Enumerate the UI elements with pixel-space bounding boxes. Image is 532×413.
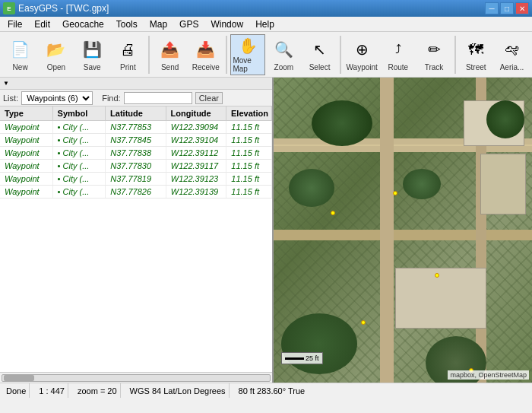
toolbar-print[interactable]: 🖨 Print: [111, 34, 145, 75]
cell-type-5: Waypoint: [0, 186, 53, 198]
toolbar-track[interactable]: ✏ Track: [416, 34, 451, 75]
table-row[interactable]: Waypoint • City (... N37.77845 W122.3910…: [0, 134, 272, 147]
toolbar-print-label: Print: [120, 63, 136, 71]
menu-help[interactable]: Help: [249, 17, 280, 31]
select-icon: ↖: [308, 37, 332, 62]
toolbar-aerial-label: Aeria...: [500, 63, 524, 71]
save-icon: 💾: [80, 37, 104, 62]
building-2: [480, 154, 526, 214]
cell-lat-2: N37.77838: [106, 147, 166, 159]
title-bar-text: EasyGPS - [TWC.gpx]: [18, 3, 109, 14]
toolbar-open[interactable]: 📂 Open: [39, 34, 73, 75]
table-row[interactable]: Waypoint • City (... N37.77826 W122.3913…: [0, 186, 272, 199]
status-elevation: 80 ft 283.60° True: [236, 383, 309, 398]
collapse-arrow-icon[interactable]: ▼: [3, 80, 9, 87]
toolbar-sep-1: [148, 36, 150, 74]
toolbar-receive[interactable]: 📥 Receive: [188, 34, 223, 75]
projection-text: WGS 84 Lat/Lon Degrees: [130, 386, 226, 396]
cell-lon-0: W122.39094: [166, 121, 227, 133]
menu-gps[interactable]: GPS: [173, 17, 204, 31]
maximize-button[interactable]: □: [500, 2, 514, 14]
toolbar-waypoint-label: Waypoint: [347, 63, 378, 71]
find-label: Find:: [102, 94, 120, 103]
table-row[interactable]: Waypoint • City (... N37.77838 W122.3911…: [0, 147, 272, 160]
road-vertical-1: [380, 78, 394, 383]
toolbar-save[interactable]: 💾 Save: [75, 34, 109, 75]
menu-geocache[interactable]: Geocache: [56, 17, 110, 31]
toolbar-waypoint[interactable]: ⊕ Waypoint: [344, 34, 379, 75]
toolbar-save-label: Save: [84, 63, 101, 71]
close-button[interactable]: ✕: [515, 2, 529, 14]
cell-lat-5: N37.77826: [106, 186, 166, 198]
cell-elev-2: 11.15 ft: [226, 147, 272, 159]
minimize-button[interactable]: ─: [485, 2, 499, 14]
toolbar-sep-4: [454, 36, 456, 74]
toolbar-movemap-label: Move Map: [233, 56, 262, 73]
toolbar-street[interactable]: 🗺 Street: [459, 34, 493, 75]
cell-type-2: Waypoint: [0, 147, 53, 159]
map-background: 25 ft mapbox, OpenStreetMap: [274, 78, 532, 383]
menu-window[interactable]: Window: [204, 17, 249, 31]
route-icon: ⤴: [386, 37, 410, 62]
status-bar: Done 1 : 447 zoom = 20 WGS 84 Lat/Lon De…: [0, 383, 532, 398]
menu-file[interactable]: File: [2, 17, 28, 31]
toolbar-route-label: Route: [388, 63, 408, 71]
menu-tools[interactable]: Tools: [110, 17, 144, 31]
open-icon: 📂: [44, 37, 68, 62]
toolbar-street-label: Street: [466, 63, 486, 71]
cell-type-0: Waypoint: [0, 121, 53, 133]
toolbar-new[interactable]: 📄 New: [3, 34, 37, 75]
tree-cluster-4: [281, 313, 357, 374]
cell-elev-4: 11.15 ft: [226, 173, 272, 185]
cell-symbol-2: • City (...: [53, 147, 106, 159]
header-longitude: Longitude: [166, 106, 226, 120]
receive-icon: 📥: [194, 37, 218, 62]
toolbar-zoom[interactable]: 🔍 Zoom: [267, 34, 301, 75]
collapse-bar: ▼: [0, 78, 272, 90]
toolbar-zoom-label: Zoom: [274, 63, 294, 71]
tree-cluster-3: [403, 169, 441, 199]
print-icon: 🖨: [116, 37, 140, 62]
toolbar-send[interactable]: 📤 Send: [153, 34, 187, 75]
waypoint-icon: ⊕: [350, 37, 374, 62]
table-row[interactable]: Waypoint • City (... N37.77830 W122.3911…: [0, 160, 272, 173]
table-row[interactable]: Waypoint • City (... N37.77853 W122.3909…: [0, 121, 272, 134]
toolbar-select[interactable]: ↖ Select: [302, 34, 337, 75]
table-header: Type Symbol Latitude Longitude Elevation: [0, 106, 272, 121]
toolbar-movemap[interactable]: ✋ Move Map: [230, 34, 264, 75]
aerial-icon: 🛩: [500, 37, 524, 62]
status-coords: 1 : 447: [36, 383, 68, 398]
app-icon: E: [3, 2, 15, 14]
cell-lat-4: N37.77819: [106, 173, 166, 185]
cell-lon-1: W122.39104: [166, 134, 227, 146]
map-area[interactable]: 25 ft mapbox, OpenStreetMap: [274, 78, 532, 383]
clear-button[interactable]: Clear: [195, 92, 223, 104]
toolbar-select-label: Select: [309, 63, 331, 71]
waypoint-dot-2: [393, 191, 397, 195]
table-row[interactable]: Waypoint • City (... N37.77819 W122.3912…: [0, 173, 272, 186]
horizontal-scrollbar-thumb[interactable]: [4, 375, 34, 381]
menu-map[interactable]: Map: [144, 17, 173, 31]
menu-edit[interactable]: Edit: [28, 17, 56, 31]
header-symbol: Symbol: [53, 106, 106, 120]
cell-lat-0: N37.77853: [106, 121, 166, 133]
elevation-text: 80 ft 283.60° True: [239, 386, 306, 396]
toolbar-route[interactable]: ⤴ Route: [381, 34, 415, 75]
list-dropdown[interactable]: Waypoints (6)RoutesTracks: [21, 91, 93, 105]
new-icon: 📄: [8, 37, 33, 62]
building-3: [395, 268, 486, 329]
horizontal-scrollbar[interactable]: [2, 374, 271, 382]
tree-cluster-1: [289, 169, 334, 207]
tree-cluster-6: [486, 100, 524, 138]
cell-type-4: Waypoint: [0, 173, 53, 185]
list-label: List:: [3, 94, 18, 103]
find-input[interactable]: [124, 92, 192, 104]
scale-label: 25 ft: [306, 354, 319, 362]
main-content: ▼ List: Waypoints (6)RoutesTracks Find: …: [0, 78, 532, 383]
cell-type-1: Waypoint: [0, 134, 53, 146]
data-table: Type Symbol Latitude Longitude Elevation…: [0, 106, 272, 372]
toolbar-aerial[interactable]: 🛩 Aeria...: [495, 34, 529, 75]
status-done: Done: [3, 383, 30, 398]
toolbar-new-label: New: [13, 63, 28, 71]
cell-elev-3: 11.15 ft: [226, 160, 272, 172]
